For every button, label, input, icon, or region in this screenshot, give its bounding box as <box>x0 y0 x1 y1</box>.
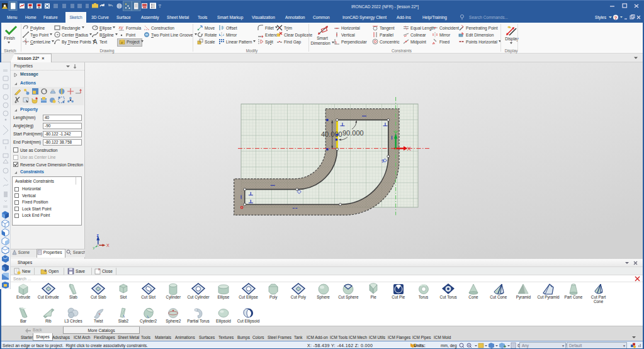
svg-text:9: 9 <box>381 159 384 163</box>
svg-text:?: ? <box>614 15 618 21</box>
svg-text:90.000: 90.000 <box>342 129 364 137</box>
svg-text:y: y <box>93 246 95 249</box>
svg-text:40.000: 40.000 <box>321 130 342 138</box>
svg-text:X: X <box>407 145 412 152</box>
svg-text:X: X <box>106 243 110 248</box>
